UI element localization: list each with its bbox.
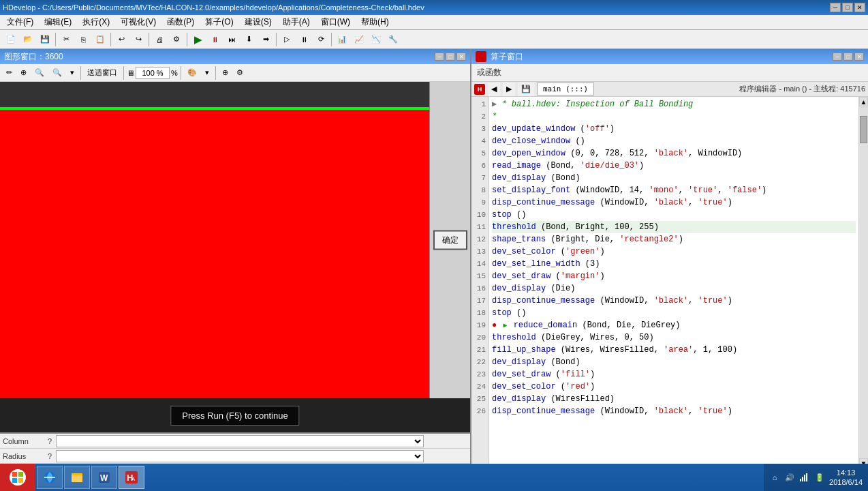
taskbar-app-halcon[interactable]: H A bbox=[119, 466, 144, 489]
save-btn[interactable]: 💾 bbox=[37, 32, 53, 47]
step-over-btn[interactable]: ➡ bbox=[258, 32, 274, 47]
zoom-input[interactable] bbox=[136, 67, 170, 79]
code-line-15[interactable]: dev_set_draw ('margin') bbox=[492, 270, 856, 282]
menu-window[interactable]: 窗口(W) bbox=[315, 15, 356, 29]
close-btn[interactable]: ✕ bbox=[854, 3, 865, 12]
code-line-24[interactable]: dev_set_color ('red') bbox=[492, 381, 856, 393]
fit-window-btn[interactable]: 送适窗口 bbox=[84, 66, 121, 80]
chart2-btn[interactable]: 📈 bbox=[351, 32, 367, 47]
code-save-btn[interactable]: 💾 bbox=[518, 83, 534, 96]
color-menu-btn[interactable]: ▾ bbox=[202, 66, 213, 80]
code-line-21[interactable]: fill_up_shape (Wires, WiresFilled, 'area… bbox=[492, 344, 856, 356]
svg-text:A: A bbox=[131, 476, 136, 482]
settings2-btn[interactable]: ⚙ bbox=[233, 66, 247, 80]
code-line-18[interactable]: stop () bbox=[492, 307, 856, 319]
code-line-26[interactable]: disp_continue_message (WindowID, 'black'… bbox=[492, 405, 856, 417]
svg-rect-12 bbox=[800, 479, 801, 481]
redo-btn[interactable]: ↪ bbox=[130, 32, 146, 47]
debug-btn[interactable]: ⏸ bbox=[296, 32, 312, 47]
code-line-16[interactable]: dev_display (Die) bbox=[492, 282, 856, 295]
new-btn[interactable]: 📄 bbox=[3, 32, 19, 47]
code-line-8[interactable]: set_display_font (WindowID, 14, 'mono', … bbox=[492, 184, 856, 196]
menu-assistant[interactable]: 助手(A) bbox=[277, 15, 315, 29]
undo-btn[interactable]: ↩ bbox=[113, 32, 129, 47]
img-maximize-btn[interactable]: □ bbox=[446, 53, 455, 61]
code-line-12[interactable]: shape_trans (Bright, Die, 'rectangle2') bbox=[492, 233, 856, 246]
code-line-19[interactable]: ● ▶ reduce_domain (Bond, Die, DieGrey) bbox=[492, 319, 856, 331]
code-line-14[interactable]: dev_set_line_width (3) bbox=[492, 258, 856, 270]
maximize-btn[interactable]: □ bbox=[842, 3, 853, 12]
radius-dropdown[interactable] bbox=[56, 450, 424, 462]
menu-edit[interactable]: 编辑(E) bbox=[39, 15, 77, 29]
code-line-25[interactable]: dev_display (WiresFilled) bbox=[492, 393, 856, 405]
menu-visualize[interactable]: 可视化(V) bbox=[115, 15, 161, 29]
code-line-6[interactable]: read_image (Bond, 'die/die_03') bbox=[492, 160, 856, 172]
step-btn[interactable]: ⏭ bbox=[223, 32, 240, 47]
settings-btn[interactable]: ⚙ bbox=[168, 32, 185, 47]
code-line-2[interactable]: * bbox=[492, 110, 856, 123]
taskbar-app-files[interactable] bbox=[64, 466, 90, 489]
chart4-btn[interactable]: 🔧 bbox=[385, 32, 401, 47]
minimize-btn[interactable]: ─ bbox=[830, 3, 841, 12]
menu-execute[interactable]: 执行(X) bbox=[77, 15, 115, 29]
code-line-20[interactable]: threshold (DieGrey, Wires, 0, 50) bbox=[492, 331, 856, 344]
back-btn[interactable]: ◀ bbox=[488, 83, 500, 96]
zoom-out-btn[interactable]: 🔍 bbox=[49, 66, 65, 80]
op-maximize-btn[interactable]: □ bbox=[843, 53, 853, 61]
menu-file[interactable]: 文件(F) bbox=[1, 15, 39, 29]
code-line-13[interactable]: dev_set_color ('green') bbox=[492, 246, 856, 258]
op-minimize-btn[interactable]: ─ bbox=[833, 53, 842, 61]
draw-btn[interactable]: ✏ bbox=[3, 66, 16, 80]
taskbar-app-browser[interactable] bbox=[37, 466, 63, 489]
paste-btn[interactable]: 📋 bbox=[92, 32, 108, 47]
code-line-23[interactable]: dev_set_draw ('fill') bbox=[492, 368, 856, 381]
column-dropdown[interactable] bbox=[56, 435, 424, 447]
run-btn[interactable]: ▶ bbox=[189, 32, 206, 47]
taskbar-app-word[interactable]: W bbox=[91, 466, 117, 489]
code-line-17[interactable]: disp_continue_message (WindowID, 'black'… bbox=[492, 295, 856, 307]
print-btn[interactable]: 🖨 bbox=[151, 32, 168, 47]
code-line-10[interactable]: stop () bbox=[492, 209, 856, 221]
crosshair-btn[interactable]: ⊕ bbox=[219, 66, 232, 80]
step-into-btn[interactable]: ⬇ bbox=[241, 32, 257, 47]
color-btn[interactable]: 🎨 bbox=[184, 66, 200, 80]
chart-btn[interactable]: 📊 bbox=[334, 32, 350, 47]
cut-btn[interactable]: ✂ bbox=[58, 32, 74, 47]
img-sep2 bbox=[123, 66, 124, 80]
code-line-7[interactable]: dev_display (Bond) bbox=[492, 172, 856, 184]
confirm-button[interactable]: 确定 bbox=[433, 230, 467, 250]
code-line-1[interactable]: ▶ * ball.hdev: Inspection of Ball Bondin… bbox=[492, 98, 856, 110]
scroll-up-btn[interactable]: ▲ bbox=[859, 97, 868, 106]
select-btn[interactable]: ⊕ bbox=[17, 66, 30, 80]
forward-btn[interactable]: ▶ bbox=[503, 83, 515, 96]
code-function-label[interactable]: main (:::) bbox=[537, 83, 594, 95]
system-clock: 14:13 2018/6/14 bbox=[829, 468, 863, 488]
code-line-4[interactable]: dev_close_window () bbox=[492, 135, 856, 147]
code-line-22[interactable]: dev_display (Bond) bbox=[492, 356, 856, 368]
code-line-11[interactable]: threshold (Bond, Bright, 100, 255) bbox=[492, 221, 856, 233]
code-line-5[interactable]: dev_open_window (0, 0, 728, 512, 'black'… bbox=[492, 147, 856, 160]
chart3-btn[interactable]: 📉 bbox=[368, 32, 384, 47]
zoom-icon: 🖥 bbox=[127, 69, 134, 77]
zoom-in-btn[interactable]: 🔍 bbox=[31, 66, 48, 80]
open-btn[interactable]: 📂 bbox=[20, 32, 36, 47]
svg-rect-1 bbox=[18, 472, 23, 477]
scroll-thumb[interactable] bbox=[860, 116, 867, 143]
menu-build[interactable]: 建设(S) bbox=[239, 15, 277, 29]
menu-help[interactable]: 帮助(H) bbox=[356, 15, 394, 29]
menu-operators[interactable]: 算子(O) bbox=[200, 15, 238, 29]
reset-btn[interactable]: ⟳ bbox=[313, 32, 329, 47]
start-button[interactable] bbox=[0, 464, 35, 491]
zoom-menu-btn[interactable]: ▾ bbox=[67, 66, 78, 80]
line-num-16: 16 bbox=[471, 282, 489, 295]
code-line-3[interactable]: dev_update_window ('off') bbox=[492, 123, 856, 135]
menu-functions[interactable]: 函数(P) bbox=[161, 15, 200, 29]
op-close-btn[interactable]: ✕ bbox=[854, 53, 864, 61]
img-close-btn[interactable]: ✕ bbox=[456, 53, 466, 61]
run2-btn[interactable]: ▷ bbox=[279, 32, 295, 47]
copy-btn[interactable]: ⎘ bbox=[75, 32, 91, 47]
stop-btn[interactable]: ⏸ bbox=[206, 32, 223, 47]
code-line-9[interactable]: disp_continue_message (WindowID, 'black'… bbox=[492, 196, 856, 209]
code-scrollbar[interactable]: ▲ ▼ bbox=[858, 97, 868, 468]
img-minimize-btn[interactable]: ─ bbox=[435, 53, 444, 61]
